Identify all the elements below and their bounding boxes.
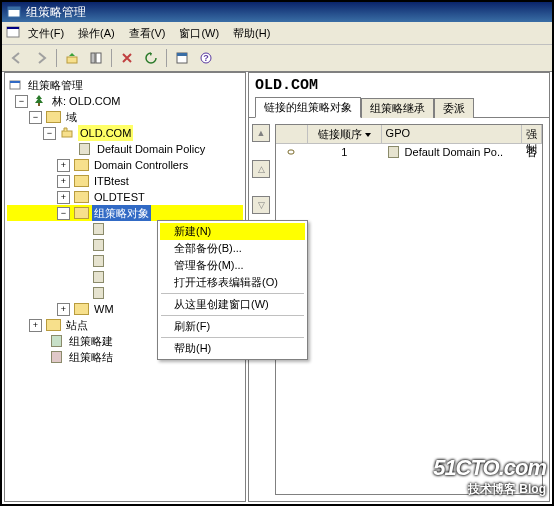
ou-icon bbox=[73, 158, 89, 172]
expander-plus-icon[interactable]: + bbox=[57, 159, 70, 172]
svg-rect-14 bbox=[62, 131, 72, 137]
tab-strip: 链接的组策略对象 组策略继承 委派 bbox=[249, 96, 549, 118]
properties-button[interactable] bbox=[171, 47, 193, 69]
expander-plus-icon[interactable]: + bbox=[57, 175, 70, 188]
gpo-icon bbox=[90, 222, 106, 236]
tree-domains[interactable]: 域 bbox=[64, 109, 79, 125]
menu-window[interactable]: 窗口(W) bbox=[173, 25, 225, 42]
cm-backup-all[interactable]: 全部备份(B)... bbox=[160, 240, 305, 257]
tree-domain[interactable]: OLD.COM bbox=[78, 125, 133, 141]
ou-icon bbox=[73, 174, 89, 188]
context-menu: 新建(N) 全部备份(B)... 管理备份(M)... 打开迁移表编辑器(O) … bbox=[157, 220, 308, 360]
folder-icon bbox=[45, 318, 61, 332]
menu-action[interactable]: 操作(A) bbox=[72, 25, 121, 42]
results-icon bbox=[48, 350, 64, 364]
tab-inheritance[interactable]: 组策略继承 bbox=[361, 98, 434, 118]
gpo-link-icon bbox=[76, 142, 92, 156]
forest-icon bbox=[31, 94, 47, 108]
menu-help[interactable]: 帮助(H) bbox=[227, 25, 276, 42]
menubar: 文件(F) 操作(A) 查看(V) 窗口(W) 帮助(H) bbox=[2, 22, 552, 45]
col-link-order[interactable]: 链接顺序 bbox=[308, 125, 382, 143]
col-enforced[interactable]: 强制 bbox=[522, 125, 542, 143]
table-row[interactable]: 1 Default Domain Po.. 否 bbox=[276, 144, 542, 160]
tree-sites[interactable]: 站点 bbox=[64, 317, 90, 333]
cm-help[interactable]: 帮助(H) bbox=[160, 340, 305, 357]
cell-enforced: 否 bbox=[522, 144, 542, 160]
mmc-icon bbox=[6, 25, 20, 41]
tree-root[interactable]: 组策略管理 bbox=[26, 77, 85, 93]
help-button[interactable]: ? bbox=[195, 47, 217, 69]
toolbar-separator bbox=[166, 49, 167, 67]
tree-ddp[interactable]: Default Domain Policy bbox=[95, 141, 207, 157]
tree-forest[interactable]: 林: OLD.COM bbox=[50, 93, 122, 109]
folder-icon bbox=[45, 110, 61, 124]
menu-file[interactable]: 文件(F) bbox=[22, 25, 70, 42]
cell-order: 1 bbox=[308, 144, 382, 160]
move-down-button[interactable]: ▽ bbox=[252, 196, 270, 214]
expander-plus-icon[interactable]: + bbox=[29, 319, 42, 332]
cm-new-window[interactable]: 从这里创建窗口(W) bbox=[160, 296, 305, 313]
cm-separator bbox=[161, 293, 304, 294]
detail-heading: OLD.COM bbox=[249, 73, 549, 96]
svg-rect-6 bbox=[96, 53, 101, 63]
window-title: 组策略管理 bbox=[26, 4, 86, 21]
tab-delegation[interactable]: 委派 bbox=[434, 98, 474, 118]
col-gpo[interactable]: GPO bbox=[382, 125, 522, 143]
toolbar-separator bbox=[56, 49, 57, 67]
show-hide-tree-button[interactable] bbox=[85, 47, 107, 69]
move-top-button[interactable]: ▲ bbox=[252, 124, 270, 142]
tree-oldtest[interactable]: OLDTEST bbox=[92, 189, 147, 205]
link-icon bbox=[276, 144, 308, 160]
svg-rect-1 bbox=[8, 7, 20, 10]
cell-gpo: Default Domain Po.. bbox=[382, 144, 522, 160]
gpo-icon bbox=[90, 254, 106, 268]
svg-rect-8 bbox=[177, 53, 187, 56]
tab-linked-gpo[interactable]: 链接的组策略对象 bbox=[255, 97, 361, 118]
expander-plus-icon[interactable]: + bbox=[57, 191, 70, 204]
back-button[interactable] bbox=[6, 47, 28, 69]
tree-gpmodeling[interactable]: 组策略建 bbox=[67, 333, 115, 349]
folder-icon bbox=[73, 302, 89, 316]
cm-separator bbox=[161, 315, 304, 316]
ou-icon bbox=[73, 190, 89, 204]
expander-minus-icon[interactable]: − bbox=[29, 111, 42, 124]
svg-rect-5 bbox=[91, 53, 95, 63]
tree-gpresults[interactable]: 组策略结 bbox=[67, 349, 115, 365]
expander-minus-icon[interactable]: − bbox=[57, 207, 70, 220]
modeling-icon bbox=[48, 334, 64, 348]
up-button[interactable] bbox=[61, 47, 83, 69]
gpo-icon bbox=[90, 270, 106, 284]
expander-plus-icon[interactable]: + bbox=[57, 303, 70, 316]
svg-rect-12 bbox=[10, 81, 20, 83]
tree-dc[interactable]: Domain Controllers bbox=[92, 157, 190, 173]
forward-button[interactable] bbox=[30, 47, 52, 69]
expander-minus-icon[interactable]: − bbox=[15, 95, 28, 108]
tree-itb[interactable]: ITBtest bbox=[92, 173, 131, 189]
menu-view[interactable]: 查看(V) bbox=[123, 25, 172, 42]
cm-new[interactable]: 新建(N) bbox=[160, 223, 305, 240]
cm-refresh[interactable]: 刷新(F) bbox=[160, 318, 305, 335]
app-icon bbox=[6, 4, 22, 20]
toolbar: ? bbox=[2, 45, 552, 72]
gpo-icon bbox=[90, 238, 106, 252]
tree-wmi[interactable]: WM bbox=[92, 301, 116, 317]
expander-minus-icon[interactable]: − bbox=[43, 127, 56, 140]
delete-button[interactable] bbox=[116, 47, 138, 69]
window-titlebar: 组策略管理 bbox=[2, 2, 552, 22]
cm-separator bbox=[161, 337, 304, 338]
cm-open-migration[interactable]: 打开迁移表编辑器(O) bbox=[160, 274, 305, 291]
svg-rect-4 bbox=[67, 57, 77, 63]
cm-manage-backups[interactable]: 管理备份(M)... bbox=[160, 257, 305, 274]
move-up-button[interactable]: △ bbox=[252, 160, 270, 178]
gpm-root-icon bbox=[7, 78, 23, 92]
svg-rect-3 bbox=[7, 27, 19, 29]
sort-asc-icon bbox=[365, 133, 371, 137]
toolbar-separator bbox=[111, 49, 112, 67]
tree-gpo-container[interactable]: 组策略对象 bbox=[92, 205, 151, 221]
refresh-button[interactable] bbox=[140, 47, 162, 69]
gpo-icon bbox=[386, 145, 402, 159]
grid-header: 链接顺序 GPO 强制 bbox=[276, 125, 542, 144]
linked-gpo-list: 链接顺序 GPO 强制 1 Default Domain Po.. 否 bbox=[275, 124, 543, 495]
domain-icon bbox=[59, 126, 75, 140]
gpo-container-icon bbox=[73, 206, 89, 220]
